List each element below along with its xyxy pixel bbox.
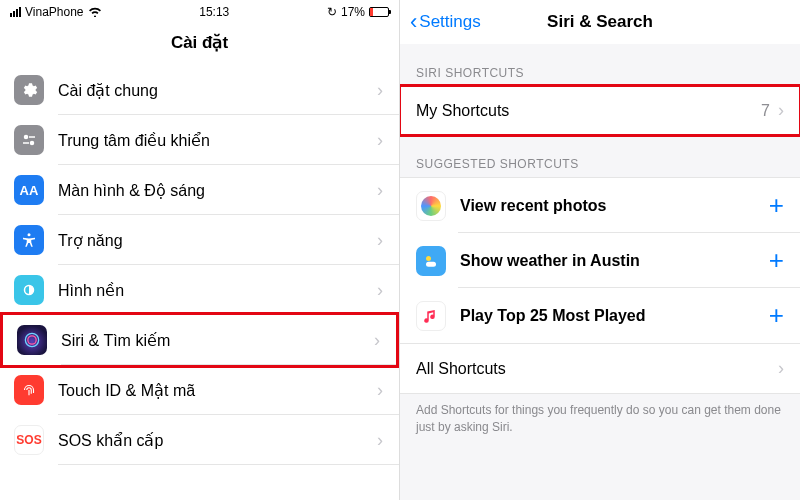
status-bar: VinaPhone 15:13 ↻ 17% [0,0,399,24]
chevron-right-icon: › [377,80,383,101]
settings-list: Cài đặt chung › Trung tâm điều khiển › A… [0,65,399,465]
row-label: Show weather in Austin [460,252,769,270]
row-label: Siri & Tìm kiếm [61,331,374,350]
gear-icon [14,75,44,105]
chevron-right-icon: › [377,430,383,451]
row-general[interactable]: Cài đặt chung › [0,65,399,115]
add-button[interactable]: + [769,245,784,276]
signal-icon [10,7,21,17]
suggested-row-weather[interactable]: Show weather in Austin + [400,233,800,288]
settings-screen-left: VinaPhone 15:13 ↻ 17% Cài đặt Cài đặt ch… [0,0,400,500]
chevron-right-icon: › [377,280,383,301]
siri-search-screen-right: ‹ Settings Siri & Search SIRI SHORTCUTS … [400,0,800,500]
sync-icon: ↻ [327,5,337,19]
chevron-right-icon: › [377,230,383,251]
row-all-shortcuts[interactable]: All Shortcuts › [400,343,800,393]
add-button[interactable]: + [769,300,784,331]
chevron-right-icon: › [778,100,784,121]
back-label: Settings [419,12,480,32]
row-label: Touch ID & Mật mã [58,381,377,400]
row-touchid[interactable]: Touch ID & Mật mã › [0,365,399,415]
chevron-right-icon: › [377,180,383,201]
row-display[interactable]: AA Màn hình & Độ sáng › [0,165,399,215]
suggested-row-music[interactable]: Play Top 25 Most Played + [400,288,800,343]
battery-pct: 17% [341,5,365,19]
footer-text: Add Shortcuts for things you frequently … [400,393,800,444]
row-wallpaper[interactable]: Hình nền › [0,265,399,315]
accessibility-icon [14,225,44,255]
music-icon [416,301,446,331]
section-header-suggested: SUGGESTED SHORTCUTS [400,135,800,177]
row-label: Màn hình & Độ sáng [58,181,377,200]
chevron-right-icon: › [377,130,383,151]
row-siri-search[interactable]: Siri & Tìm kiếm › [0,312,399,368]
chevron-left-icon: ‹ [410,11,417,33]
siri-icon [17,325,47,355]
row-label: Trung tâm điều khiển [58,131,377,150]
row-label: All Shortcuts [416,360,778,378]
chevron-right-icon: › [374,330,380,351]
row-label: Trợ năng [58,231,377,250]
toggles-icon [14,125,44,155]
svg-point-8 [426,256,431,261]
add-button[interactable]: + [769,190,784,221]
suggested-list: View recent photos + Show weather in Aus… [400,177,800,393]
row-label: Play Top 25 Most Played [460,307,769,325]
svg-point-2 [31,142,34,145]
row-control-center[interactable]: Trung tâm điều khiển › [0,115,399,165]
suggested-row-photos[interactable]: View recent photos + [400,178,800,233]
weather-icon [416,246,446,276]
photos-icon [416,191,446,221]
section-header-shortcuts: SIRI SHORTCUTS [400,44,800,86]
row-my-shortcuts[interactable]: My Shortcuts 7 › [400,86,800,135]
nav-bar: ‹ Settings Siri & Search [400,0,800,44]
row-sos[interactable]: SOS SOS khẩn cấp › [0,415,399,465]
wifi-icon [88,5,102,20]
row-value: 7 [761,102,770,120]
carrier-label: VinaPhone [25,5,84,19]
row-label: My Shortcuts [416,102,761,120]
row-label: Hình nền [58,281,377,300]
svg-point-7 [28,336,36,344]
row-label: Cài đặt chung [58,81,377,100]
row-label: SOS khẩn cấp [58,431,377,450]
battery-icon [369,7,389,17]
wallpaper-icon [14,275,44,305]
svg-point-4 [28,233,31,236]
row-accessibility[interactable]: Trợ năng › [0,215,399,265]
text-size-icon: AA [14,175,44,205]
chevron-right-icon: › [377,380,383,401]
page-title: Cài đặt [0,24,399,65]
fingerprint-icon [14,375,44,405]
sos-icon: SOS [14,425,44,455]
row-label: View recent photos [460,197,769,215]
clock: 15:13 [199,5,229,19]
svg-point-0 [25,136,28,139]
back-button[interactable]: ‹ Settings [410,11,481,33]
chevron-right-icon: › [778,358,784,379]
